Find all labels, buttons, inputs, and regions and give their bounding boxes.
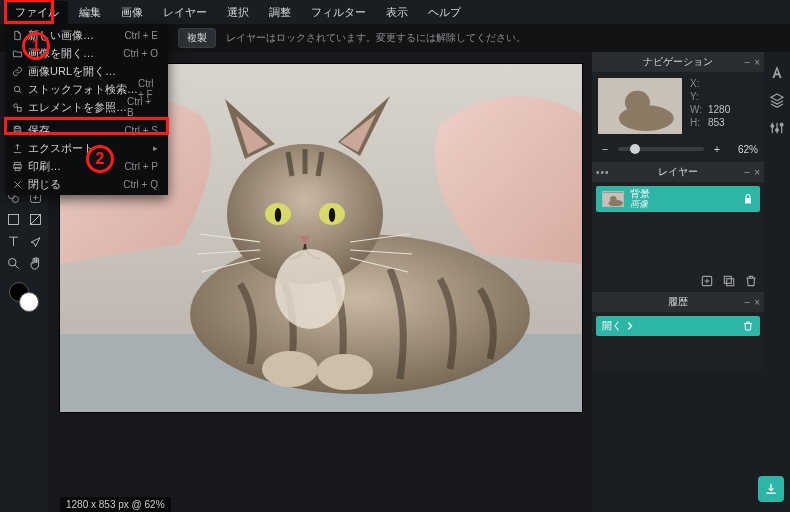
- save-icon: [11, 124, 23, 136]
- shapes-icon: [11, 101, 23, 113]
- svg-point-64: [780, 123, 783, 126]
- menu-item-label: エレメントを参照…: [28, 100, 127, 115]
- add-layer-icon[interactable]: [700, 274, 714, 288]
- zoom-value: 62%: [730, 144, 758, 155]
- navigation-info: X: Y: W:1280 H:853: [690, 78, 730, 134]
- duplicate-button[interactable]: 複製: [178, 28, 216, 48]
- tool-pen[interactable]: [26, 232, 44, 250]
- search-icon: [11, 83, 23, 95]
- svg-rect-26: [8, 214, 18, 224]
- menu-layer[interactable]: レイヤー: [154, 1, 216, 24]
- svg-rect-3: [17, 107, 21, 111]
- zoom-slider[interactable]: [618, 147, 704, 151]
- menu-item-shortcut: Ctrl + O: [123, 48, 158, 59]
- file-new-icon: [11, 29, 23, 41]
- chevron-right-icon: [626, 322, 634, 330]
- lock-message: レイヤーはロックされています。変更するには解除してください。: [226, 31, 526, 45]
- menu-item-label: エクスポート: [28, 141, 94, 156]
- layer-name: 背景: [630, 189, 736, 200]
- close-icon[interactable]: ×: [754, 167, 760, 178]
- svg-point-39: [275, 208, 281, 222]
- tool-shape[interactable]: [4, 210, 22, 228]
- link-icon: [11, 65, 23, 77]
- menubar: ファイル 編集 画像 レイヤー 選択 調整 フィルター 表示 ヘルプ: [0, 0, 790, 24]
- svg-rect-5: [15, 130, 19, 133]
- tool-hand[interactable]: [26, 254, 44, 272]
- menu-item-label: 閉じる: [28, 177, 61, 192]
- svg-point-22: [12, 196, 18, 202]
- file-menu-item-save[interactable]: 保存…Ctrl + S: [6, 121, 168, 139]
- file-menu-item-export[interactable]: エクスポート▸: [6, 139, 168, 157]
- menu-item-shortcut: Ctrl + Q: [123, 179, 158, 190]
- svg-point-50: [625, 91, 650, 114]
- tool-text[interactable]: [4, 232, 22, 250]
- svg-rect-58: [727, 279, 734, 286]
- close-icon[interactable]: ×: [754, 297, 760, 308]
- svg-rect-57: [724, 276, 731, 283]
- minimize-icon[interactable]: −: [744, 297, 750, 308]
- adjust-panel-icon[interactable]: [769, 120, 785, 136]
- panel-history: 履歴 −× 開く: [592, 292, 764, 372]
- right-panels: ナビゲーション −× X: Y: W:1280 H:853 − + 62%: [592, 52, 764, 512]
- panel-layers: ••• レイヤー −× 背景 画像: [592, 162, 764, 292]
- zoom-out-button[interactable]: −: [598, 142, 612, 156]
- close-icon[interactable]: ×: [754, 57, 760, 68]
- menu-item-shortcut: Ctrl + E: [124, 30, 158, 41]
- duplicate-layer-icon[interactable]: [722, 274, 736, 288]
- file-menu-item-folder-open[interactable]: 画像を開く…Ctrl + O: [6, 44, 168, 62]
- menu-view[interactable]: 表示: [377, 1, 417, 24]
- svg-point-2: [13, 103, 17, 107]
- menu-file[interactable]: ファイル: [6, 1, 68, 24]
- file-menu-item-file-new[interactable]: 新しい画像…Ctrl + E: [6, 26, 168, 44]
- menu-item-label: ストックフォト検索…: [28, 82, 138, 97]
- menu-item-shortcut: Ctrl + B: [127, 96, 158, 118]
- delete-history-icon[interactable]: [742, 320, 754, 332]
- svg-point-29: [8, 258, 16, 266]
- background-color[interactable]: [19, 292, 39, 312]
- more-icon[interactable]: •••: [596, 167, 610, 178]
- text-panel-icon[interactable]: [769, 64, 785, 80]
- navigation-thumbnail[interactable]: [598, 78, 682, 134]
- svg-point-53: [610, 196, 617, 202]
- print-icon: [11, 160, 23, 172]
- menu-image[interactable]: 画像: [112, 1, 152, 24]
- svg-point-35: [317, 354, 373, 390]
- menu-select[interactable]: 選択: [218, 1, 258, 24]
- svg-point-47: [275, 249, 345, 329]
- right-icon-bar: [764, 52, 790, 512]
- menu-item-label: 保存…: [28, 123, 61, 138]
- panel-header-history: 履歴 −×: [592, 292, 764, 312]
- svg-point-34: [262, 351, 318, 387]
- menu-item-label: 画像URLを開く…: [28, 64, 116, 79]
- svg-point-0: [14, 86, 19, 92]
- file-menu-dropdown: 新しい画像…Ctrl + E画像を開く…Ctrl + O画像URLを開く…ストッ…: [6, 24, 168, 195]
- download-button[interactable]: [758, 476, 784, 502]
- export-icon: [11, 142, 23, 154]
- minimize-icon[interactable]: −: [744, 167, 750, 178]
- tool-zoom[interactable]: [4, 254, 22, 272]
- menu-help[interactable]: ヘルプ: [419, 1, 470, 24]
- file-menu-item-print[interactable]: 印刷…Ctrl + P: [6, 157, 168, 175]
- history-row[interactable]: 開く: [596, 316, 760, 336]
- file-menu-item-close[interactable]: 閉じるCtrl + Q: [6, 175, 168, 193]
- minimize-icon[interactable]: −: [744, 57, 750, 68]
- folder-open-icon: [11, 47, 23, 59]
- menu-edit[interactable]: 編集: [70, 1, 110, 24]
- layers-panel-icon[interactable]: [769, 92, 785, 108]
- panel-header-layers: ••• レイヤー −×: [592, 162, 764, 182]
- menu-adjust[interactable]: 調整: [260, 1, 300, 24]
- menu-item-label: 画像を開く…: [28, 46, 94, 61]
- download-icon: [764, 482, 778, 496]
- svg-point-63: [776, 129, 779, 132]
- tool-gradient[interactable]: [26, 210, 44, 228]
- layer-row[interactable]: 背景 画像: [596, 186, 760, 212]
- zoom-in-button[interactable]: +: [710, 142, 724, 156]
- svg-point-40: [329, 208, 335, 222]
- delete-layer-icon[interactable]: [744, 274, 758, 288]
- lock-icon: [742, 193, 754, 205]
- menu-filter[interactable]: フィルター: [302, 1, 375, 24]
- svg-point-62: [771, 125, 774, 128]
- chevron-right-icon: ▸: [153, 143, 158, 153]
- file-menu-item-shapes[interactable]: エレメントを参照…Ctrl + B: [6, 98, 168, 116]
- color-swatch[interactable]: [9, 282, 39, 312]
